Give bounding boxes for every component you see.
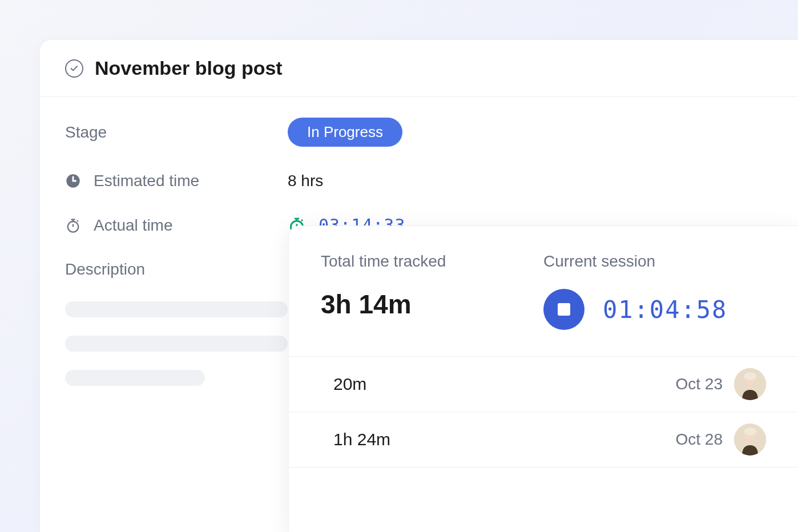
user-avatar[interactable]	[734, 424, 766, 456]
actual-time-label: Actual time	[94, 216, 173, 235]
log-date: Oct 23	[676, 375, 723, 393]
total-time-label: Total time tracked	[321, 252, 543, 271]
time-panel-summary: Total time tracked 3h 14m Current sessio…	[289, 226, 798, 356]
stage-pill[interactable]: In Progress	[288, 118, 402, 147]
stop-icon	[558, 303, 570, 316]
svg-point-16	[744, 428, 756, 436]
svg-line-5	[77, 220, 78, 221]
field-row-stage: Stage In Progress	[65, 118, 773, 147]
stopwatch-icon	[65, 217, 81, 233]
log-date: Oct 28	[676, 430, 723, 449]
svg-point-13	[744, 372, 756, 380]
task-header: November blog post	[40, 40, 798, 97]
field-row-estimated: Estimated time 8 hrs	[65, 172, 773, 190]
estimated-time-label: Estimated time	[94, 172, 199, 190]
complete-task-checkbox[interactable]	[65, 59, 83, 78]
current-session-column: Current session 01:04:58	[543, 252, 766, 330]
placeholder-line	[65, 336, 288, 352]
log-duration: 20m	[333, 374, 366, 394]
user-avatar[interactable]	[734, 368, 766, 400]
time-tracker-panel: Total time tracked 3h 14m Current sessio…	[288, 225, 798, 532]
svg-line-10	[301, 220, 303, 221]
clock-icon	[65, 173, 81, 189]
stage-label: Stage	[65, 123, 107, 142]
total-time-column: Total time tracked 3h 14m	[321, 252, 543, 330]
current-session-label: Current session	[543, 252, 766, 271]
stop-timer-button[interactable]	[543, 289, 585, 330]
placeholder-line	[65, 370, 205, 386]
task-title[interactable]: November blog post	[95, 57, 283, 79]
log-duration: 1h 24m	[333, 430, 390, 449]
estimated-time-value[interactable]: 8 hrs	[288, 172, 323, 190]
time-log-row[interactable]: 20m Oct 23	[289, 357, 798, 412]
placeholder-line	[65, 301, 288, 317]
total-time-value: 3h 14m	[321, 289, 543, 320]
current-session-value: 01:04:58	[603, 296, 727, 324]
time-log-list: 20m Oct 23 1h 24m Oct 28	[289, 356, 798, 467]
time-log-row[interactable]: 1h 24m Oct 28	[289, 412, 798, 467]
